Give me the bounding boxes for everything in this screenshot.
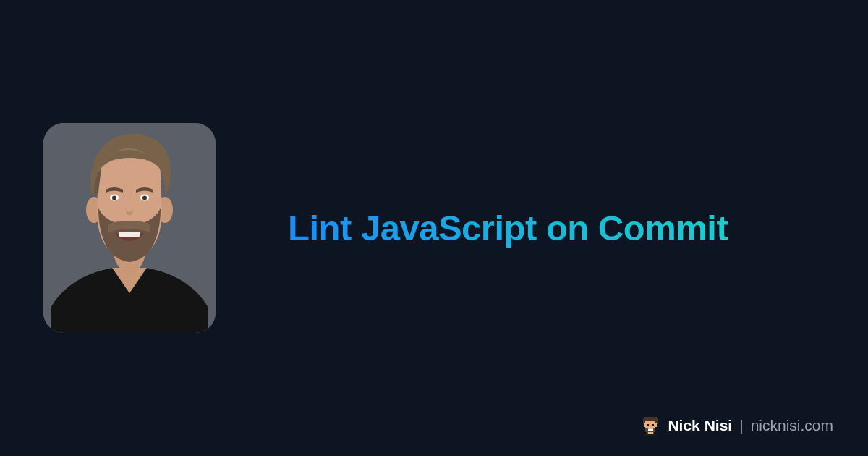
svg-point-7 [142,196,147,200]
svg-point-5 [112,196,116,200]
pixel-avatar-icon [640,415,660,436]
content: Lint JavaScript on Commit [288,208,825,248]
svg-rect-12 [644,423,646,427]
author-name: Nick Nisi [668,417,732,434]
separator: | [739,417,743,434]
footer-byline: Nick Nisi | nicknisi.com [640,415,833,436]
avatar-photo [43,123,216,333]
svg-rect-14 [647,424,650,426]
svg-rect-3 [119,232,140,237]
svg-rect-21 [648,432,653,435]
site-domain: nicknisi.com [751,417,833,434]
social-card: Lint JavaScript on Commit [0,0,868,456]
page-title: Lint JavaScript on Commit [288,208,825,248]
svg-rect-13 [655,423,657,427]
svg-rect-18 [648,428,653,430]
svg-rect-19 [648,429,653,431]
svg-rect-15 [652,424,655,426]
avatar-wrap [43,123,216,333]
